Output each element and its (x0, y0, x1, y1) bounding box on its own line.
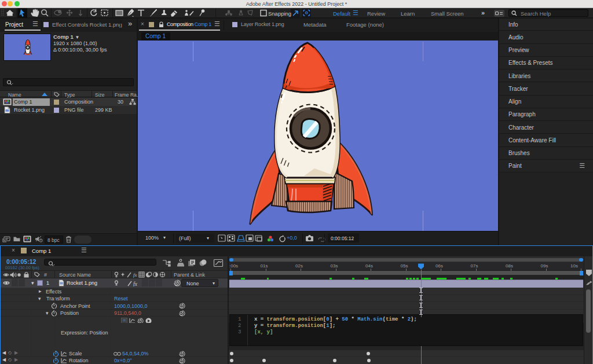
svg-text:fx: fx (133, 272, 137, 278)
svg-text:fx: fx (133, 281, 138, 287)
